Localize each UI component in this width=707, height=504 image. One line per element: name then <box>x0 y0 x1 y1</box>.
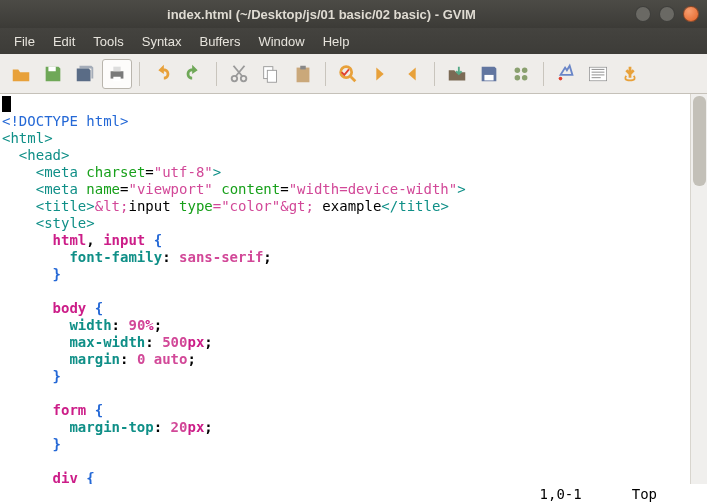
run-script-icon <box>510 63 532 85</box>
toolbar-separator <box>543 62 544 86</box>
scrollbar-thumb[interactable] <box>693 96 706 186</box>
svg-rect-3 <box>113 76 120 81</box>
menubar: File Edit Tools Syntax Buffers Window He… <box>0 28 707 54</box>
cut-button[interactable] <box>224 59 254 89</box>
make-icon <box>555 63 577 85</box>
menu-edit[interactable]: Edit <box>45 31 83 52</box>
svg-rect-11 <box>484 74 493 80</box>
save-button[interactable] <box>38 59 68 89</box>
tags-icon <box>619 63 641 85</box>
window-controls <box>635 6 699 22</box>
paste-button[interactable] <box>288 59 318 89</box>
scroll-indicator: Top <box>632 486 657 502</box>
menu-window[interactable]: Window <box>250 31 312 52</box>
find-prev-icon <box>401 63 423 85</box>
svg-point-16 <box>559 76 563 80</box>
undo-icon <box>151 63 173 85</box>
toolbar-separator <box>216 62 217 86</box>
close-button[interactable] <box>683 6 699 22</box>
find-replace-icon <box>337 63 359 85</box>
statusline: 1,0-1 Top <box>0 484 707 504</box>
save-session-icon <box>478 63 500 85</box>
menu-help[interactable]: Help <box>315 31 358 52</box>
toolbar-separator <box>434 62 435 86</box>
svg-rect-7 <box>267 70 276 82</box>
save-all-button[interactable] <box>70 59 100 89</box>
shell-button[interactable] <box>583 59 613 89</box>
menu-buffers[interactable]: Buffers <box>191 31 248 52</box>
find-next-icon <box>369 63 391 85</box>
load-session-icon <box>446 63 468 85</box>
minimize-button[interactable] <box>635 6 651 22</box>
cursor <box>2 96 11 112</box>
svg-rect-2 <box>113 66 120 71</box>
open-icon <box>10 63 32 85</box>
code-editor[interactable]: <!DOCTYPE html> <html> <head> <meta char… <box>0 94 690 484</box>
vertical-scrollbar[interactable] <box>690 94 707 484</box>
svg-point-14 <box>515 74 521 80</box>
maximize-button[interactable] <box>659 6 675 22</box>
find-next-button[interactable] <box>365 59 395 89</box>
toolbar-separator <box>139 62 140 86</box>
tags-button[interactable] <box>615 59 645 89</box>
undo-button[interactable] <box>147 59 177 89</box>
redo-icon <box>183 63 205 85</box>
code-line: <!DOCTYPE html> <box>2 113 128 129</box>
paste-icon <box>292 63 314 85</box>
toolbar <box>0 54 707 94</box>
cursor-position: 1,0-1 <box>540 486 582 502</box>
save-session-button[interactable] <box>474 59 504 89</box>
svg-rect-0 <box>48 66 55 71</box>
copy-button[interactable] <box>256 59 286 89</box>
make-button[interactable] <box>551 59 581 89</box>
save-icon <box>42 63 64 85</box>
find-prev-button[interactable] <box>397 59 427 89</box>
titlebar: index.html (~/Desktop/js/01 basic/02 bas… <box>0 0 707 28</box>
svg-point-13 <box>522 67 528 73</box>
toolbar-separator <box>325 62 326 86</box>
load-session-button[interactable] <box>442 59 472 89</box>
menu-tools[interactable]: Tools <box>85 31 131 52</box>
svg-point-15 <box>522 74 528 80</box>
copy-icon <box>260 63 282 85</box>
svg-rect-9 <box>300 65 306 69</box>
find-replace-button[interactable] <box>333 59 363 89</box>
open-button[interactable] <box>6 59 36 89</box>
shell-icon <box>587 63 609 85</box>
svg-point-12 <box>515 67 521 73</box>
redo-button[interactable] <box>179 59 209 89</box>
menu-syntax[interactable]: Syntax <box>134 31 190 52</box>
print-icon <box>106 63 128 85</box>
svg-rect-8 <box>297 67 310 82</box>
window-title: index.html (~/Desktop/js/01 basic/02 bas… <box>8 7 635 22</box>
print-button[interactable] <box>102 59 132 89</box>
cut-icon <box>228 63 250 85</box>
menu-file[interactable]: File <box>6 31 43 52</box>
run-script-button[interactable] <box>506 59 536 89</box>
save-all-icon <box>74 63 96 85</box>
editor-area: <!DOCTYPE html> <html> <head> <meta char… <box>0 94 707 504</box>
